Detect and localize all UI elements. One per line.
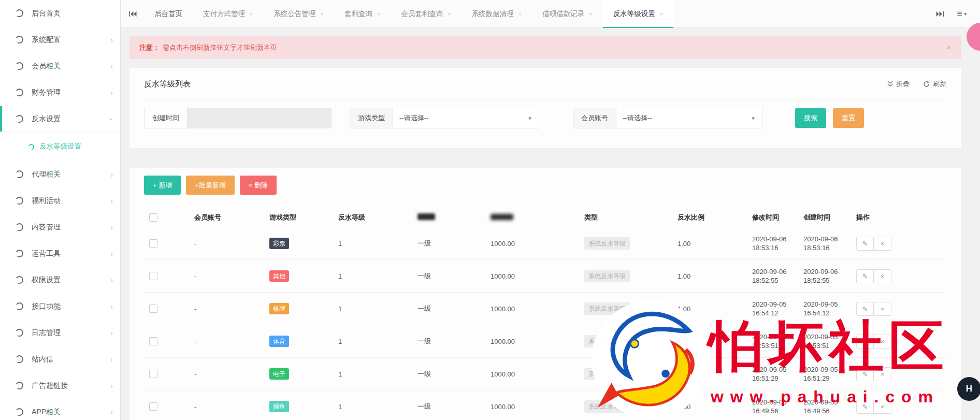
sidebar-item-12[interactable]: 站内信› [0, 346, 120, 372]
type-badge: 系统反水等级 [584, 237, 630, 250]
redacted-header [417, 213, 435, 220]
cell-modified-time: 2020-09-0516:49:56 [747, 390, 798, 420]
tab-close-icon[interactable]: × [660, 11, 663, 17]
tab-3[interactable]: 套利查询× [334, 0, 391, 27]
dark-floating-button[interactable]: H [957, 377, 980, 401]
cell-actions: ✎× [851, 227, 946, 260]
select-all-checkbox[interactable] [149, 213, 157, 222]
edit-row-button[interactable]: ✎ [856, 400, 874, 414]
cell-account: - [189, 325, 264, 358]
tab-close-icon[interactable]: × [589, 11, 592, 17]
cell-actions: ✎× [851, 358, 946, 390]
pencil-icon: ✎ [862, 305, 868, 313]
sidebar-item-label: 广告超链接 [32, 381, 110, 390]
tab-2[interactable]: 系统公告管理× [263, 0, 334, 27]
close-icon: × [881, 403, 885, 411]
tabs-scroll-left-icon[interactable] [121, 0, 144, 27]
sidebar-item-11[interactable]: 日志管理› [0, 320, 120, 346]
delete-row-button[interactable]: × [874, 400, 891, 414]
sidebar-subitem-4-0[interactable]: 反水等级设置 [0, 132, 120, 161]
tab-close-icon[interactable]: × [250, 11, 253, 17]
tabs-container: 后台首页支付方式管理×系统公告管理×套利查询×会员套利查询×系统数据清理×借呗借… [144, 0, 673, 27]
delete-row-button[interactable]: × [874, 302, 891, 316]
row-checkbox[interactable] [149, 337, 157, 345]
tabs-scroll-right-icon[interactable] [936, 11, 944, 17]
sidebar-item-6[interactable]: 福利活动› [0, 187, 120, 214]
edit-row-button[interactable]: ✎ [856, 335, 874, 349]
sidebar-item-1[interactable]: 系统配置› [0, 26, 120, 53]
cell-type: 系统反水等级 [579, 227, 672, 260]
ring-icon [16, 89, 23, 96]
search-button[interactable]: 搜索 [795, 108, 826, 128]
cell-type: 系统反水等级 [579, 260, 672, 293]
notice-close-icon[interactable]: × [946, 43, 951, 52]
ring-icon [16, 408, 23, 416]
sidebar-item-label: 日志管理 [32, 328, 110, 338]
sidebar-item-13[interactable]: 广告超链接› [0, 372, 120, 399]
row-checkbox[interactable] [149, 305, 157, 313]
cell-type: 系统反水等级 [579, 293, 672, 325]
delete-button[interactable]: × 删除 [240, 176, 277, 195]
pencil-icon: ✎ [862, 272, 868, 280]
cell-ratio: 1.50 [672, 390, 747, 420]
collapse-button[interactable]: 折叠 [887, 79, 910, 89]
member-account-select[interactable]: --请选择-- ▼ [616, 108, 762, 128]
row-checkbox[interactable] [149, 272, 157, 280]
tab-close-icon[interactable]: × [518, 11, 522, 17]
tab-close-icon[interactable]: × [448, 11, 451, 17]
sidebar-item-2[interactable]: 会员相关› [0, 53, 120, 79]
delete-row-button[interactable]: × [874, 335, 891, 349]
sidebar-item-14[interactable]: APP相关› [0, 399, 120, 420]
tab-7[interactable]: 反水等级设置× [603, 0, 673, 27]
sidebar-item-0[interactable]: 后台首页 [0, 0, 120, 26]
tab-5[interactable]: 系统数据清理× [462, 0, 532, 27]
tab-menu-icon[interactable]: ≡ ▾ [957, 9, 967, 18]
batch-add-button[interactable]: +批量新增 [186, 176, 235, 195]
delete-row-button[interactable]: × [874, 269, 891, 283]
column-header-7: 反水比例 [672, 208, 747, 227]
table-row-2: -棋牌1一级1000.00系统反水等级1.002020-09-0516:54:1… [144, 293, 946, 325]
tab-label: 后台首页 [154, 9, 182, 19]
type-badge: 系统反水等级 [584, 368, 630, 380]
edit-row-button[interactable]: ✎ [856, 237, 874, 251]
chevron-right-icon: › [110, 170, 113, 179]
cell-created-time: 2020-09-0618:53:16 [798, 227, 851, 260]
add-button[interactable]: + 新增 [144, 176, 181, 195]
reset-button[interactable]: 重置 [833, 108, 864, 128]
table-row-1: -其他1一级1000.00系统反水等级1.002020-09-0618:52:5… [144, 260, 946, 293]
edit-row-button[interactable]: ✎ [856, 302, 874, 316]
refresh-button[interactable]: 刷新 [923, 79, 946, 89]
close-icon: × [881, 338, 885, 345]
cell-checkbox [144, 260, 189, 293]
cell-checkbox [144, 390, 189, 420]
sidebar-item-3[interactable]: 财务管理› [0, 79, 120, 106]
game-type-select[interactable]: --请选择-- ▼ [393, 108, 539, 128]
tab-0[interactable]: 后台首页 [144, 0, 193, 27]
sidebar-item-label: 后台首页 [32, 9, 113, 18]
sidebar-item-5[interactable]: 代理相关› [0, 161, 120, 187]
sidebar-item-10[interactable]: 接口功能› [0, 293, 120, 320]
ring-icon [16, 329, 23, 337]
cell-level: 1 [333, 390, 412, 420]
sidebar-item-4[interactable]: 反水设置› [0, 106, 120, 132]
sidebar-item-9[interactable]: 权限设置› [0, 267, 120, 293]
cell-game-type: 电子 [264, 358, 333, 390]
edit-row-button[interactable]: ✎ [856, 367, 874, 381]
notice-prefix: 注意： [139, 43, 160, 52]
row-checkbox[interactable] [149, 370, 157, 378]
create-time-input[interactable] [188, 108, 332, 128]
delete-row-button[interactable]: × [874, 367, 891, 381]
tab-close-icon[interactable]: × [377, 11, 380, 17]
row-checkbox[interactable] [149, 239, 157, 248]
delete-row-button[interactable]: × [874, 237, 891, 251]
sidebar-item-label: 内容管理 [32, 223, 110, 232]
row-checkbox[interactable] [149, 402, 157, 411]
sidebar-item-7[interactable]: 内容管理› [0, 214, 120, 240]
tab-6[interactable]: 借呗借款记录× [532, 0, 602, 27]
tab-1[interactable]: 支付方式管理× [193, 0, 263, 27]
cell-created-time: 2020-09-0516:54:12 [798, 293, 851, 325]
sidebar-item-8[interactable]: 运营工具› [0, 240, 120, 267]
edit-row-button[interactable]: ✎ [856, 269, 874, 283]
tab-close-icon[interactable]: × [320, 11, 323, 17]
tab-4[interactable]: 会员套利查询× [391, 0, 461, 27]
